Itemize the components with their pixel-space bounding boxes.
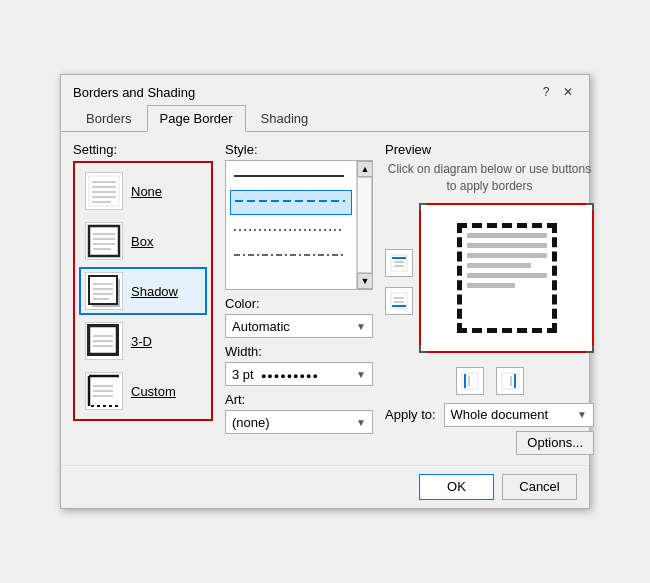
width-dropdown-arrow: ▼ <box>356 369 366 380</box>
tab-shading[interactable]: Shading <box>248 105 322 132</box>
corner-br <box>586 345 594 353</box>
box-icon <box>85 222 123 260</box>
left-border-btn[interactable] <box>456 367 484 395</box>
color-value: Automatic <box>232 319 290 334</box>
help-button[interactable]: ? <box>537 83 555 101</box>
style-line-dash-dot[interactable] <box>230 244 352 265</box>
dotted-border <box>457 223 557 333</box>
corner-tl <box>419 203 427 211</box>
svg-rect-6 <box>89 226 119 256</box>
close-button[interactable]: ✕ <box>559 83 577 101</box>
ok-button[interactable]: OK <box>419 474 494 500</box>
setting-none[interactable]: None <box>79 167 207 215</box>
preview-description: Click on diagram below or use buttons to… <box>385 161 594 195</box>
color-dropdown[interactable]: Automatic ▼ <box>225 314 373 338</box>
title-controls: ? ✕ <box>537 83 577 101</box>
shadow-icon <box>85 272 123 310</box>
apply-to-value: Whole document <box>451 407 549 422</box>
preview-inner-doc <box>457 223 557 333</box>
width-dropdown[interactable]: 3 pt ●●●●●●●●● ▼ <box>225 362 373 386</box>
style-label: Style: <box>225 142 373 157</box>
3d-icon-svg <box>87 324 121 358</box>
scroll-down-btn[interactable]: ▼ <box>357 273 373 289</box>
top-border-btn[interactable] <box>385 249 413 277</box>
tab-bar: Borders Page Border Shading <box>61 105 589 132</box>
shadow-label: Shadow <box>131 284 178 299</box>
main-content: Setting: None <box>61 132 589 465</box>
tab-page-border[interactable]: Page Border <box>147 105 246 132</box>
none-icon-svg <box>87 174 121 208</box>
3d-label: 3-D <box>131 334 152 349</box>
shadow-icon-svg <box>87 274 121 308</box>
style-line-dashed-selected[interactable] <box>230 190 352 215</box>
none-label: None <box>131 184 162 199</box>
svg-rect-19 <box>89 326 117 354</box>
preview-left-buttons <box>385 249 413 315</box>
svg-rect-14 <box>89 276 117 304</box>
setting-box: None Box <box>73 161 213 421</box>
setting-shadow[interactable]: Shadow <box>79 267 207 315</box>
preview-bottom-buttons <box>385 367 594 395</box>
color-dropdown-arrow: ▼ <box>356 321 366 332</box>
custom-icon <box>85 372 123 410</box>
setting-panel: Setting: None <box>73 142 213 455</box>
corner-tr <box>586 203 594 211</box>
none-icon <box>85 172 123 210</box>
options-button[interactable]: Options... <box>516 431 594 455</box>
borders-shading-dialog: Borders and Shading ? ✕ Borders Page Bor… <box>60 74 590 509</box>
style-scrollbar[interactable]: ▲ ▼ <box>356 161 372 289</box>
custom-label: Custom <box>131 384 176 399</box>
title-bar: Borders and Shading ? ✕ <box>61 75 589 105</box>
preview-label: Preview <box>385 142 594 157</box>
corner-bl <box>419 345 427 353</box>
style-line-dotted[interactable] <box>230 219 352 240</box>
style-list-inner <box>226 161 356 269</box>
middle-panel: Style: <box>225 142 373 455</box>
scroll-track[interactable] <box>357 177 372 273</box>
box-icon-svg <box>87 224 121 258</box>
art-dropdown[interactable]: (none) ▼ <box>225 410 373 434</box>
art-dropdown-arrow: ▼ <box>356 417 366 428</box>
3d-icon <box>85 322 123 360</box>
style-line-solid[interactable] <box>230 165 352 186</box>
apply-to-dropdown[interactable]: Whole document ▼ <box>444 403 594 427</box>
apply-row: Apply to: Whole document ▼ <box>385 403 594 427</box>
dialog-title: Borders and Shading <box>73 85 195 100</box>
apply-to-label: Apply to: <box>385 407 436 422</box>
cancel-button[interactable]: Cancel <box>502 474 577 500</box>
tab-borders[interactable]: Borders <box>73 105 145 132</box>
art-value: (none) <box>232 415 270 430</box>
art-label: Art: <box>225 392 373 407</box>
width-label: Width: <box>225 344 373 359</box>
custom-icon-svg <box>87 374 121 408</box>
setting-label: Setting: <box>73 142 213 157</box>
setting-custom[interactable]: Custom <box>79 367 207 415</box>
apply-dropdown-arrow: ▼ <box>577 409 587 420</box>
color-label: Color: <box>225 296 373 311</box>
box-label: Box <box>131 234 153 249</box>
preview-container <box>385 203 594 361</box>
dialog-footer: OK Cancel <box>61 465 589 508</box>
style-list[interactable]: ▲ ▼ <box>225 160 373 290</box>
scroll-up-btn[interactable]: ▲ <box>357 161 373 177</box>
right-border-btn[interactable] <box>496 367 524 395</box>
right-panel: Preview Click on diagram below or use bu… <box>385 142 594 455</box>
preview-box[interactable] <box>419 203 594 353</box>
setting-box[interactable]: Box <box>79 217 207 265</box>
bottom-border-btn[interactable] <box>385 287 413 315</box>
width-value: 3 pt ●●●●●●●●● <box>232 367 319 382</box>
setting-3d[interactable]: 3-D <box>79 317 207 365</box>
